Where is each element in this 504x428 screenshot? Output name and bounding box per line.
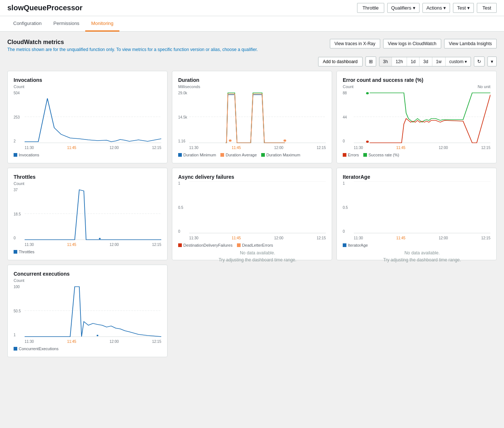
chevron-down-icon: ▾ xyxy=(467,5,470,11)
iterator-no-data-hint: Try adjusting the dashboard time range. xyxy=(383,257,461,264)
time-12h[interactable]: 12h xyxy=(392,57,407,66)
iterator-svg: No data available. Try adjusting the das… xyxy=(354,181,490,233)
success-rate-color xyxy=(363,153,367,157)
cloudwatch-logs-button[interactable]: View logs in CloudWatch xyxy=(383,39,441,48)
invocations-legend-color xyxy=(14,153,17,157)
throttle-button[interactable]: Throttle xyxy=(357,3,384,13)
legend-invocations: Invocations xyxy=(14,153,39,157)
iterator-no-data: No data available. Try adjusting the das… xyxy=(354,235,490,279)
duration-avg-label: Duration Average xyxy=(226,153,257,157)
svg-point-4 xyxy=(229,139,231,142)
duration-max-color xyxy=(261,153,265,157)
duration-card: Duration Milliseconds 29.0k 14.5k 1.16 xyxy=(172,71,332,163)
duration-x-axis: 11:30 11:45 12:00 12:15 xyxy=(189,146,326,150)
grid-icon: ⊞ xyxy=(366,57,376,66)
concurrent-svg xyxy=(25,285,161,337)
throttles-svg xyxy=(25,188,161,240)
async-title: Async delivery failures xyxy=(178,174,326,180)
async-chart: 1 0.5 0 No data available. Try adjusting… xyxy=(178,181,326,240)
error-y-axis: 88 44 0 xyxy=(343,91,347,150)
time-3d[interactable]: 3d xyxy=(420,57,432,66)
legend-errors: Errors xyxy=(343,153,359,157)
duration-avg-color xyxy=(220,153,224,157)
tab-monitoring[interactable]: Monitoring xyxy=(85,16,119,32)
time-1d[interactable]: 1d xyxy=(407,57,420,66)
time-1w[interactable]: 1w xyxy=(432,57,446,66)
cloudwatch-info-text: The metrics shown are for the unqualifie… xyxy=(7,47,258,52)
concurrent-label: ConcurrentExecutions xyxy=(19,347,58,351)
error-count-card: Error count and success rate (%) Count N… xyxy=(336,71,497,163)
async-y-axis: 1 0.5 0 xyxy=(178,181,183,240)
legend-success-rate: Success rate (%) xyxy=(363,153,399,157)
tab-configuration[interactable]: Configuration xyxy=(7,16,47,32)
chevron-down-icon: ▾ xyxy=(443,5,446,11)
throttles-legend-label: Throttles xyxy=(19,250,35,254)
throttles-card: Throttles Count 37 18.5 0 11 xyxy=(7,168,168,260)
concurrent-executions-card: Concurrent executions Count 100 50.5 1 xyxy=(7,265,168,357)
duration-min-label: Duration Minimum xyxy=(183,153,216,157)
concurrent-x-axis: 11:30 11:45 12:00 12:15 xyxy=(25,340,161,344)
async-no-data: No data available. Try adjusting the das… xyxy=(189,235,326,279)
qualifiers-button[interactable]: Qualifiers ▾ xyxy=(387,3,420,13)
iterator-age-color xyxy=(343,243,346,247)
invocations-title: Invocations xyxy=(14,77,161,83)
concurrent-legend: ConcurrentExecutions xyxy=(14,347,161,351)
duration-min-color xyxy=(178,153,182,157)
error-x-axis: 11:30 11:45 12:00 12:15 xyxy=(354,146,490,150)
iterator-title: IteratorAge xyxy=(343,174,490,180)
svg-point-19 xyxy=(97,335,98,336)
invocations-unit: Count xyxy=(14,84,161,89)
async-delivery-card: Async delivery failures 1 0.5 0 No data … xyxy=(172,168,332,260)
invocations-y-axis: 504 253 2 xyxy=(14,91,20,150)
header-actions: View traces in X-Ray View logs in CloudW… xyxy=(330,39,497,48)
errors-label: Errors xyxy=(348,153,359,157)
svg-point-9 xyxy=(366,141,368,143)
throttles-legend: Throttles xyxy=(14,250,161,254)
concurrent-y-axis: 100 50.5 1 xyxy=(14,285,21,344)
svg-point-8 xyxy=(366,92,368,94)
svg-point-5 xyxy=(284,139,286,142)
throttles-color xyxy=(14,250,17,254)
errors-color xyxy=(343,153,346,157)
cloudwatch-title: CloudWatch metrics xyxy=(7,39,258,46)
refresh-icon[interactable]: ↻ xyxy=(474,57,485,66)
legend-throttles: Throttles xyxy=(14,250,35,254)
metrics-grid-row2: Throttles Count 37 18.5 0 11 xyxy=(7,168,497,260)
error-unit-left: Count xyxy=(343,84,353,89)
xray-button[interactable]: View traces in X-Ray xyxy=(330,39,380,48)
actions-button[interactable]: Actions ▾ xyxy=(422,3,450,13)
lambda-insights-button[interactable]: View Lambda Insights xyxy=(444,39,497,48)
legend-duration-avg: Duration Average xyxy=(220,153,257,157)
add-dashboard-button[interactable]: Add to dashboard xyxy=(318,57,363,66)
iterator-y-axis: 1 0.5 0 xyxy=(343,181,348,240)
legend-duration-max: Duration Maximum xyxy=(261,153,300,157)
test-button[interactable]: Test xyxy=(477,3,497,13)
chevron-down-icon: ▾ xyxy=(413,5,415,11)
iterator-age-card: IteratorAge 1 0.5 0 No data available. T… xyxy=(336,168,497,260)
dest-failures-color xyxy=(178,243,182,247)
concurrent-color xyxy=(14,347,17,351)
qualifier-select[interactable]: Test ▾ xyxy=(453,3,474,13)
error-legend: Errors Success rate (%) xyxy=(343,153,490,157)
tabs: Configuration Permissions Monitoring xyxy=(0,16,504,32)
async-svg: No data available. Try adjusting the das… xyxy=(189,181,326,233)
time-controls: Add to dashboard ⊞ 3h 12h 1d 3d 1w custo… xyxy=(7,57,497,66)
time-3h[interactable]: 3h xyxy=(379,57,392,66)
success-rate-label: Success rate (%) xyxy=(368,153,399,157)
duration-y-axis: 29.0k 14.5k 1.16 xyxy=(178,91,187,150)
error-unit-right: No unit xyxy=(478,84,490,89)
error-svg xyxy=(354,91,490,143)
invocations-legend-label: Invocations xyxy=(19,153,39,157)
refresh-dropdown-icon[interactable]: ▾ xyxy=(487,57,497,66)
invocations-card: Invocations Count 504 253 2 11:30 xyxy=(7,71,168,163)
time-custom[interactable]: custom ▾ xyxy=(446,57,471,66)
tab-permissions[interactable]: Permissions xyxy=(47,16,85,32)
error-chart: 88 44 0 xyxy=(343,91,490,150)
invocations-svg xyxy=(25,91,161,143)
concurrent-unit: Count xyxy=(14,278,161,283)
legend-concurrent: ConcurrentExecutions xyxy=(14,347,58,351)
concurrent-title: Concurrent executions xyxy=(14,271,161,277)
duration-title: Duration xyxy=(178,77,326,83)
iterator-chart: 1 0.5 0 No data available. Try adjusting… xyxy=(343,181,490,240)
throttles-chart: 37 18.5 0 11:30 11:45 12:00 12 xyxy=(14,188,161,247)
